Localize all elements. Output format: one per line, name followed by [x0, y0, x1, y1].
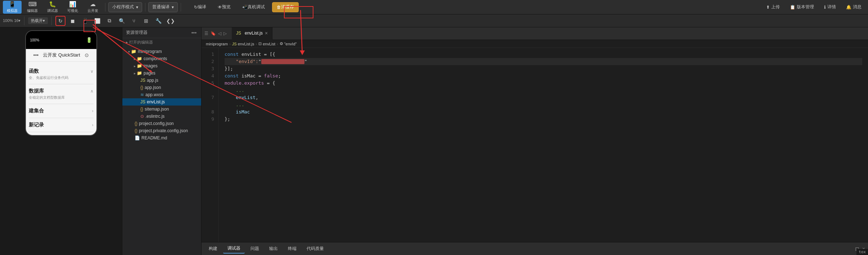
hotreload-button[interactable]: 热载开▾: [28, 17, 48, 24]
real-debug-button[interactable]: 📲 真机调试: [238, 2, 269, 12]
status-bar-tox: tox: [856, 249, 868, 255]
chevron-right-icon-sim: ›: [92, 108, 94, 113]
compile-dropdown[interactable]: 普通编译 ▾: [148, 2, 178, 12]
folder-icon-miniprogram: 📁: [131, 49, 136, 54]
code-content[interactable]: const envList = [{ "envId":" " }]; const…: [219, 48, 868, 242]
notification-button[interactable]: 🔔 消息: [842, 2, 865, 12]
forward-icon[interactable]: ▷: [223, 31, 227, 36]
separator-tb2-1: [24, 17, 24, 25]
grid-icon: ⊞: [144, 18, 148, 24]
file-project-config[interactable]: {} project.config.json: [122, 120, 201, 127]
menu-editor[interactable]: ⌨ 编辑器: [23, 1, 42, 14]
code-line-2: "envId":" ": [225, 58, 862, 65]
top-menubar: 📱 模拟器 ⌨ 编辑器 🐛 调试器 📊 可视化 ☁ 云开发 小程序模式 ▾ 普通…: [0, 0, 868, 14]
compile-button[interactable]: ↻ 编译: [190, 2, 211, 12]
folder-miniprogram[interactable]: ▾ 📁 miniprogram: [122, 48, 201, 55]
bookmark-icon[interactable]: 🔖: [211, 31, 216, 36]
bottom-tab-code-quality[interactable]: 代码质量: [302, 244, 328, 253]
section-functions[interactable]: 函数 ∨ 全、免鉴权运行业务代码: [29, 64, 94, 84]
breadcrumb-envlist-var[interactable]: ⊡ envList: [258, 41, 275, 46]
editor-panel: ☰ 🔖 ◁ ▷ JS envList.js × miniprogram › JS…: [202, 27, 868, 255]
tab-envlist-js[interactable]: JS envList.js ×: [232, 27, 272, 40]
version-mgmt-button[interactable]: 📋 版本管理: [786, 2, 818, 12]
bottom-tab-output[interactable]: 输出: [265, 244, 282, 253]
panel-header: 资源管理器 •••: [122, 27, 201, 38]
open-editors-header[interactable]: ▸ 打开的编辑器: [122, 38, 201, 46]
file-sitemap-json[interactable]: {} sitemap.json: [122, 106, 201, 113]
file-app-json[interactable]: {} app.json: [122, 84, 201, 91]
chevron-down-icon-2: ▾: [172, 5, 174, 10]
bottom-bar: 构建 调试器 问题 输出 终端 代码质量 ⊟: [202, 242, 868, 255]
clear-cache-button[interactable]: 🗑 清缓存: [272, 2, 299, 12]
file-app-wxss[interactable]: ≋ app.wxss: [122, 91, 201, 98]
folder-pages[interactable]: ▸ 📁 pages: [122, 70, 201, 77]
file-tree: ▾ 📁 miniprogram ▸ 📁 components ▸ 📁 image…: [122, 46, 201, 255]
copy-button-tb2[interactable]: ⧉: [104, 16, 114, 26]
bottom-tab-issues[interactable]: 问题: [246, 244, 263, 253]
line-num-1: 1: [202, 51, 214, 58]
list-icon[interactable]: ☰: [204, 31, 208, 36]
menu-simulator[interactable]: 📱 模拟器: [3, 1, 22, 14]
collapse-right-button[interactable]: ❮❯: [166, 16, 176, 26]
tablet-icon: ⬜: [94, 18, 100, 24]
chevron-right-open-editors: ▸: [126, 40, 129, 44]
file-label-sitemap-json: sitemap.json: [145, 107, 169, 112]
file-readme[interactable]: 📄 README.md: [122, 134, 201, 142]
section-functions-sub: 全、免鉴权运行业务代码: [29, 75, 94, 80]
section-functions-title: 函数: [29, 68, 39, 75]
panel-more-icon[interactable]: •••: [190, 30, 198, 36]
folder-label-miniprogram: miniprogram: [138, 49, 162, 54]
back-icon[interactable]: ◁: [218, 31, 221, 36]
code-line-empty: [225, 123, 862, 130]
line-num-5: 5: [202, 80, 214, 87]
device-notch: 100% 🔋: [26, 31, 96, 49]
detail-button[interactable]: ℹ 详情: [820, 2, 840, 12]
breadcrumb-miniprogram[interactable]: miniprogram: [206, 42, 228, 46]
code-line-5: module.exports = {: [225, 80, 862, 87]
file-label-eslintrc: .eslintrc.js: [145, 114, 164, 119]
panel-title: 资源管理器: [126, 30, 148, 36]
line-num-6: [202, 87, 214, 94]
section-collection-title: 建集合: [29, 108, 44, 114]
mode-dropdown[interactable]: 小程序模式 ▾: [108, 2, 142, 12]
menu-cloud[interactable]: ☁ 云开发: [83, 1, 102, 14]
tablet-view-button[interactable]: ⬜: [92, 16, 102, 26]
section-database[interactable]: 数据库 ∧ 全稳定的文档型数据库: [29, 84, 94, 104]
breadcrumb-envlistjs[interactable]: JS envList.js: [232, 42, 254, 46]
file-app-js[interactable]: JS app.js: [122, 77, 201, 84]
zoom-level[interactable]: 100% 16▾: [3, 18, 21, 23]
folder-icon-components: 📁: [137, 56, 142, 61]
bottom-tab-build[interactable]: 构建: [204, 244, 222, 253]
folder-label-pages: pages: [144, 71, 155, 76]
search-button-tb2[interactable]: 🔍: [117, 16, 127, 26]
editor-icon: ⌨: [28, 1, 37, 8]
phone-view-button[interactable]: 📱: [80, 16, 90, 26]
wrench-button[interactable]: 🔧: [153, 16, 163, 26]
file-label-app-wxss: app.wxss: [145, 92, 163, 97]
refresh-button[interactable]: ↻: [55, 16, 65, 26]
folder-label-components: components: [144, 56, 167, 61]
folder-images[interactable]: ▸ 📁 images: [122, 62, 201, 70]
file-eslintrc[interactable]: ⊙ .eslintrc.js: [122, 113, 201, 120]
branch-button[interactable]: ⑂: [129, 16, 139, 26]
file-envlist-js[interactable]: JS envList.js: [122, 98, 201, 106]
app-menu-icon: •••: [33, 52, 39, 58]
debugger-icon: 🐛: [49, 1, 56, 8]
device-frame: 100% 🔋 ••• 云开发 QuickStart ⊙ 函数 ∨: [25, 30, 97, 136]
menu-debugger[interactable]: 🐛 调试器: [43, 1, 62, 14]
stop-button[interactable]: ◼: [68, 16, 78, 26]
upload-button[interactable]: ⬆ 上传: [763, 2, 783, 12]
file-project-private[interactable]: {} project.private.config.json: [122, 127, 201, 134]
grid-button[interactable]: ⊞: [141, 16, 151, 26]
breadcrumb-envid[interactable]: ⚙ "envId": [280, 41, 297, 46]
code-line-1: const envList = [{: [225, 51, 862, 58]
section-collection[interactable]: 建集合 ›: [29, 104, 94, 118]
folder-components[interactable]: ▸ 📁 components: [122, 55, 201, 62]
file-icon-project-config: {}: [135, 121, 137, 126]
bottom-tab-debugger[interactable]: 调试器: [223, 244, 245, 254]
preview-button[interactable]: 👁 预览: [213, 2, 235, 12]
tab-close-btn[interactable]: ×: [265, 30, 268, 36]
section-newrecord[interactable]: 新记录 ›: [29, 118, 94, 132]
menu-visualize[interactable]: 📊 可视化: [63, 1, 82, 14]
bottom-tab-terminal[interactable]: 终端: [284, 244, 301, 253]
